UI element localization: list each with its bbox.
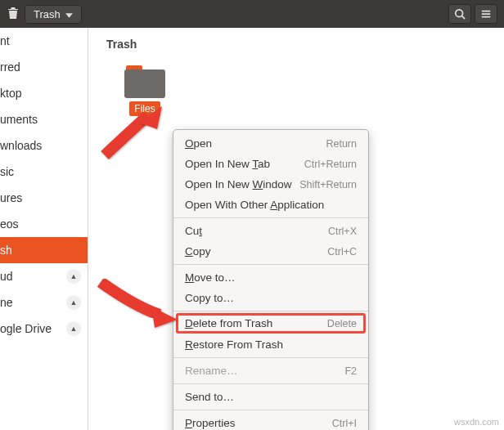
menu-delete-from-trash[interactable]: Delete from Trash Delete [177, 314, 365, 333]
sidebar-item[interactable]: eos [0, 211, 88, 237]
menu-properties[interactable]: Properties Ctrl+I [173, 413, 368, 430]
search-button[interactable] [448, 4, 471, 24]
sidebar-item-trash[interactable]: sh [0, 237, 88, 263]
sidebar-item[interactable]: wnloads [0, 132, 88, 159]
menu-separator [173, 217, 368, 218]
sidebar-item[interactable]: nt [0, 28, 88, 54]
chevron-down-icon [65, 8, 73, 20]
svg-point-0 [456, 10, 463, 17]
context-menu: Open Return Open In New Tab Ctrl+Return … [173, 129, 369, 430]
menu-move-to[interactable]: Move to… [173, 267, 368, 288]
view-menu-button[interactable] [475, 4, 497, 24]
location-dropdown[interactable]: Trash [25, 5, 82, 24]
file-item-files[interactable]: Files [124, 65, 165, 116]
menu-separator [173, 410, 368, 410]
sidebar-item[interactable]: sic [0, 159, 88, 185]
file-item-label: Files [129, 101, 160, 116]
eject-icon[interactable]: ▲ [66, 269, 81, 284]
menu-send-to[interactable]: Send to… [173, 387, 368, 407]
eject-icon[interactable]: ▲ [66, 321, 81, 336]
menu-open-with-other-app[interactable]: Open With Other Application [173, 195, 368, 215]
watermark: wsxdn.com [454, 417, 499, 427]
folder-icon [124, 65, 165, 98]
menu-cut[interactable]: Cut Ctrl+X [173, 221, 368, 241]
menu-separator [173, 357, 368, 358]
menu-separator [173, 311, 368, 311]
sidebar-item[interactable]: uments [0, 106, 88, 132]
location-title: Trash [34, 8, 61, 20]
menu-separator [173, 264, 368, 265]
sidebar-item[interactable]: ogle Drive▲ [0, 316, 88, 342]
menu-separator [173, 383, 368, 384]
sidebar-item[interactable]: ud▲ [0, 263, 88, 289]
menu-copy-to[interactable]: Copy to… [173, 288, 368, 308]
menu-open-new-tab[interactable]: Open In New Tab Ctrl+Return [173, 154, 368, 174]
sidebar: nt rred ktop uments wnloads sic ures eos… [0, 28, 88, 430]
menu-rename: Rename… F2 [173, 361, 368, 381]
sidebar-item[interactable]: ures [0, 185, 88, 211]
menu-restore-from-trash[interactable]: Restore From Trash [173, 334, 368, 355]
trash-icon [7, 7, 20, 22]
menu-open[interactable]: Open Return [173, 133, 368, 154]
sidebar-item[interactable]: ktop [0, 80, 88, 106]
page-title: Trash [106, 38, 486, 51]
menu-copy[interactable]: Copy Ctrl+C [173, 241, 368, 262]
sidebar-item[interactable]: rred [0, 54, 88, 80]
sidebar-item[interactable]: ne▲ [0, 289, 88, 316]
titlebar: Trash [0, 0, 504, 28]
eject-icon[interactable]: ▲ [66, 295, 81, 310]
menu-open-new-window[interactable]: Open In New Window Shift+Return [173, 174, 368, 195]
